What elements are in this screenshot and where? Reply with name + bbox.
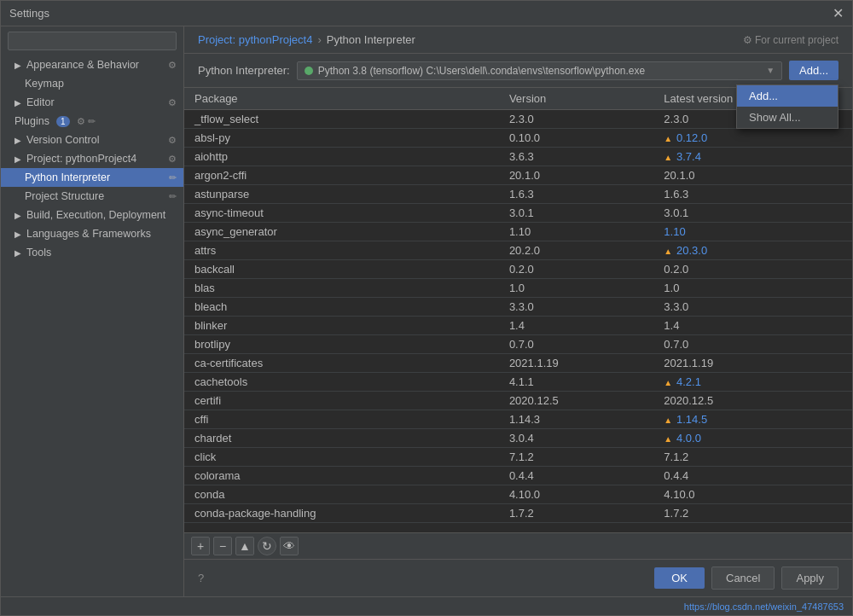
dropdown-item-show-all[interactable]: Show All... (737, 107, 838, 128)
latest-version-text: 4.2.1 (676, 375, 701, 388)
apply-button[interactable]: Apply (781, 567, 838, 590)
sidebar-item-editor[interactable]: ▶ Editor ⚙ (1, 93, 183, 112)
sidebar-item-python-interpreter[interactable]: Python Interpreter ✏ (1, 168, 183, 187)
sidebar-item-keymap[interactable]: Keymap (1, 74, 183, 93)
package-name: cffi (184, 410, 499, 429)
table-row[interactable]: bleach3.3.03.3.0 (184, 298, 852, 317)
package-version: 1.14.3 (499, 410, 653, 429)
package-latest-version: 0.4.4 (653, 467, 852, 485)
table-row[interactable]: certifi2020.12.52020.12.5 (184, 392, 852, 410)
package-version: 0.4.4 (499, 467, 653, 485)
sidebar-edit-icon[interactable]: ✏ (169, 191, 177, 202)
package-latest-version: ▲ 4.0.0 (653, 429, 852, 448)
upgrade-package-button[interactable]: ▲ (235, 537, 254, 555)
table-row[interactable]: blinker1.41.4 (184, 317, 852, 335)
package-version: 4.10.0 (499, 485, 653, 504)
col-version[interactable]: Version (499, 88, 653, 110)
table-row[interactable]: blas1.01.0 (184, 279, 852, 298)
package-version: 2.3.0 (499, 110, 653, 129)
table-row[interactable]: click7.1.27.1.2 (184, 448, 852, 467)
sidebar-item-appearance[interactable]: ▶ Appearance & Behavior ⚙ (1, 55, 183, 74)
package-version: 1.7.2 (499, 504, 653, 523)
table-row[interactable]: async_generator1.101.10 (184, 223, 852, 241)
arrow-icon: ▶ (15, 154, 21, 164)
add-interpreter-button[interactable]: Add... (789, 61, 838, 80)
package-version: 2020.12.5 (499, 392, 653, 410)
remove-package-button[interactable]: − (213, 537, 232, 555)
package-version: 0.10.0 (499, 129, 653, 148)
package-name: blinker (184, 317, 499, 335)
package-version: 3.0.4 (499, 429, 653, 448)
sidebar-settings-icon[interactable]: ⚙ (168, 135, 177, 146)
sidebar-item-project[interactable]: ▶ Project: pythonProject4 ⚙ (1, 149, 183, 168)
package-name: argon2-cffi (184, 166, 499, 185)
latest-version-text: 3.7.4 (676, 150, 701, 163)
table-row[interactable]: absl-py0.10.0▲ 0.12.0 (184, 129, 852, 148)
sidebar-item-plugins[interactable]: Plugins 1 ⚙ ✏ (1, 112, 183, 131)
sidebar-item-project-structure[interactable]: Project Structure ✏ (1, 187, 183, 206)
package-latest-version: ▲ 20.3.0 (653, 241, 852, 260)
help-button[interactable]: ? (198, 572, 204, 584)
sidebar-item-build-execution[interactable]: ▶ Build, Execution, Deployment (1, 206, 183, 224)
package-latest-version: 1.6.3 (653, 185, 852, 204)
arrow-icon: ▶ (15, 248, 21, 258)
dropdown-item-add[interactable]: Add... (737, 85, 838, 107)
sidebar-edit-icon[interactable]: ✏ (88, 116, 96, 127)
table-row[interactable]: attrs20.2.0▲ 20.3.0 (184, 241, 852, 260)
package-name: async-timeout (184, 204, 499, 223)
arrow-icon: ▶ (15, 211, 21, 220)
table-row[interactable]: astunparse1.6.31.6.3 (184, 185, 852, 204)
table-row[interactable]: backcall0.2.00.2.0 (184, 260, 852, 279)
table-row[interactable]: colorama0.4.40.4.4 (184, 467, 852, 485)
package-name: cachetools (184, 373, 499, 392)
table-row[interactable]: aiohttp3.6.3▲ 3.7.4 (184, 148, 852, 166)
sidebar-settings-icon[interactable]: ⚙ (168, 97, 177, 108)
sidebar-edit-icon[interactable]: ✏ (169, 172, 177, 183)
table-row[interactable]: chardet3.0.4▲ 4.0.0 (184, 429, 852, 448)
window-title: Settings (9, 7, 49, 20)
table-row[interactable]: cachetools4.1.1▲ 4.2.1 (184, 373, 852, 392)
table-row[interactable]: async-timeout3.0.13.0.1 (184, 204, 852, 223)
package-name: bleach (184, 298, 499, 317)
sidebar-item-label: Plugins (15, 115, 49, 127)
package-latest-version: ▲ 0.12.0 (653, 129, 852, 148)
status-bar: https://blog.csdn.net/weixin_47487653 (1, 596, 852, 615)
interpreter-bar: Python Interpreter: Python 3.8 (tensorfl… (184, 54, 852, 88)
sidebar-item-label: Appearance & Behavior (26, 59, 139, 71)
table-row[interactable]: argon2-cffi20.1.020.1.0 (184, 166, 852, 185)
add-package-button[interactable]: + (191, 537, 210, 555)
upgrade-arrow-icon: ▲ (664, 378, 675, 387)
package-name: certifi (184, 392, 499, 410)
sidebar-settings-icon[interactable]: ⚙ (168, 154, 177, 165)
packages-table-wrapper[interactable]: Package Version Latest version _tflow_se… (184, 88, 852, 532)
table-row[interactable]: conda4.10.04.10.0 (184, 485, 852, 504)
col-package[interactable]: Package (184, 88, 499, 110)
table-row[interactable]: brotlipy0.7.00.7.0 (184, 335, 852, 354)
add-dropdown-menu: Add... Show All... (736, 84, 838, 129)
sidebar-item-tools[interactable]: ▶ Tools (1, 243, 183, 262)
sidebar-search-input[interactable] (8, 32, 177, 50)
breadcrumb-project-link[interactable]: Project: pythonProject4 (198, 33, 312, 46)
sidebar-search-container (1, 26, 183, 55)
status-bar-link[interactable]: https://blog.csdn.net/weixin_47487653 (684, 601, 844, 612)
table-row[interactable]: cffi1.14.3▲ 1.14.5 (184, 410, 852, 429)
package-version: 1.4 (499, 317, 653, 335)
sidebar-item-languages-frameworks[interactable]: ▶ Languages & Frameworks (1, 224, 183, 243)
sidebar-settings-icon[interactable]: ⚙ (168, 60, 177, 71)
table-row[interactable]: conda-package-handling1.7.21.7.2 (184, 504, 852, 523)
package-version: 20.1.0 (499, 166, 653, 185)
sidebar-item-version-control[interactable]: ▶ Version Control ⚙ (1, 131, 183, 149)
sidebar-settings-icon[interactable]: ⚙ (77, 116, 85, 127)
refresh-button[interactable]: ↻ (258, 537, 276, 555)
status-dot (305, 67, 313, 75)
package-latest-version: 7.1.2 (653, 448, 852, 467)
table-row[interactable]: ca-certificates2021.1.192021.1.19 (184, 354, 852, 373)
show-paths-button[interactable]: 👁 (280, 537, 299, 555)
cancel-button[interactable]: Cancel (711, 567, 775, 590)
close-button[interactable]: ✕ (833, 5, 844, 21)
package-name: blas (184, 279, 499, 298)
ok-button[interactable]: OK (654, 567, 705, 589)
package-version: 0.2.0 (499, 260, 653, 279)
plugins-badge: 1 (56, 116, 70, 127)
interpreter-select[interactable]: Python 3.8 (tensorflow) C:\Users\dell\.c… (297, 61, 782, 80)
